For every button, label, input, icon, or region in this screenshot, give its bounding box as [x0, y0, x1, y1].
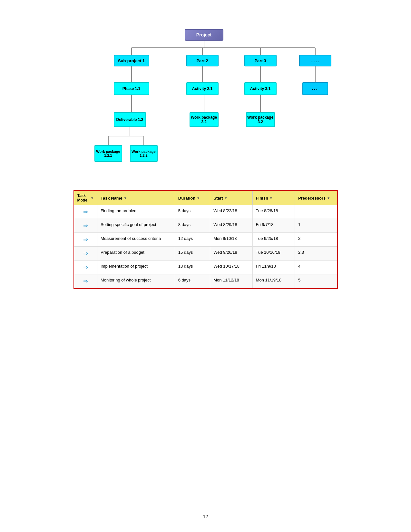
task-name-cell: Preparation of a budget: [97, 247, 175, 261]
deliverable12-node: Deliverable 1.2: [114, 112, 146, 127]
subproject1-node: Sub-project 1: [114, 55, 149, 66]
task-mode-sort-arrow[interactable]: ▼: [91, 196, 94, 200]
table-row: ⇒Setting specific goal of project8 daysW…: [74, 219, 337, 233]
dots2-node: ...: [302, 82, 328, 95]
predecessors-cell: 1: [295, 219, 337, 233]
table-row: ⇒Implementation of project18 daysWed 10/…: [74, 261, 337, 274]
page-number: 12: [203, 514, 208, 519]
th-finish[interactable]: Finish ▼: [252, 191, 295, 205]
predecessors-cell: [295, 205, 337, 219]
task-mode-icon: ⇒: [83, 209, 88, 215]
table-row: ⇒Finding the problem5 daysWed 8/22/18Tue…: [74, 205, 337, 219]
start-sort-arrow[interactable]: ▼: [224, 196, 228, 200]
finish-cell: Fri 11/9/18: [252, 261, 295, 274]
wp122-node: Work package 1.2.2: [130, 145, 158, 162]
task-name-cell: Monitoring of whole project: [97, 274, 175, 288]
duration-cell: 18 days: [175, 261, 210, 274]
start-cell: Wed 8/22/18: [210, 205, 252, 219]
start-cell: Mon 9/10/18: [210, 233, 252, 247]
finish-cell: Mon 11/19/18: [252, 274, 295, 288]
duration-cell: 5 days: [175, 205, 210, 219]
wp32-node: Work package 3.2: [246, 112, 275, 127]
duration-cell: 15 days: [175, 247, 210, 261]
start-cell: Wed 9/26/18: [210, 247, 252, 261]
task-mode-cell: ⇒: [74, 219, 97, 233]
task-mode-icon: ⇒: [83, 250, 88, 257]
th-task-name[interactable]: Task Name ▼: [97, 191, 175, 205]
table-row: ⇒Monitoring of whole project6 daysMon 11…: [74, 274, 337, 288]
predecessors-cell: 5: [295, 274, 337, 288]
predecessors-cell: 2,3: [295, 247, 337, 261]
finish-cell: Tue 10/16/18: [252, 247, 295, 261]
task-table: Task Mode ▼ Task Name ▼ Duration ▼: [73, 190, 338, 289]
activity21-node: Activity 2.1: [186, 82, 219, 95]
predecessors-sort-arrow[interactable]: ▼: [327, 196, 330, 200]
task-mode-icon: ⇒: [83, 278, 88, 284]
task-mode-cell: ⇒: [74, 205, 97, 219]
phase11-node: Phase 1.1: [114, 82, 149, 95]
finish-cell: Tue 9/25/18: [252, 233, 295, 247]
task-mode-cell: ⇒: [74, 261, 97, 274]
task-name-sort-arrow[interactable]: ▼: [124, 196, 127, 200]
task-mode-icon: ⇒: [83, 264, 88, 271]
predecessors-cell: 4: [295, 261, 337, 274]
activity31-node: Activity 3.1: [244, 82, 277, 95]
task-name-cell: Setting specific goal of project: [97, 219, 175, 233]
finish-cell: Fri 9/7/18: [252, 219, 295, 233]
th-task-mode[interactable]: Task Mode ▼: [74, 191, 97, 205]
predecessors-cell: 2: [295, 233, 337, 247]
dots1-node: .....: [299, 55, 331, 66]
finish-sort-arrow[interactable]: ▼: [269, 196, 273, 200]
th-start[interactable]: Start ▼: [210, 191, 252, 205]
task-name-cell: Implementation of project: [97, 261, 175, 274]
part3-node: Part 3: [244, 55, 277, 66]
task-name-cell: Measurement of success criteria: [97, 233, 175, 247]
start-cell: Wed 8/29/18: [210, 219, 252, 233]
duration-cell: 6 days: [175, 274, 210, 288]
duration-cell: 12 days: [175, 233, 210, 247]
project-node: Project: [185, 29, 223, 41]
task-mode-icon: ⇒: [83, 236, 88, 243]
th-duration[interactable]: Duration ▼: [175, 191, 210, 205]
wp121-node: Work package 1.2.1: [94, 145, 122, 162]
table-row: ⇒Measurement of success criteria12 daysM…: [74, 233, 337, 247]
duration-sort-arrow[interactable]: ▼: [197, 196, 200, 200]
task-name-cell: Finding the problem: [97, 205, 175, 219]
table-row: ⇒Preparation of a budget15 daysWed 9/26/…: [74, 247, 337, 261]
start-cell: Mon 11/12/18: [210, 274, 252, 288]
task-mode-cell: ⇒: [74, 274, 97, 288]
duration-cell: 8 days: [175, 219, 210, 233]
finish-cell: Tue 8/28/18: [252, 205, 295, 219]
task-mode-cell: ⇒: [74, 233, 97, 247]
task-mode-cell: ⇒: [74, 247, 97, 261]
part2-node: Part 2: [186, 55, 219, 66]
start-cell: Wed 10/17/18: [210, 261, 252, 274]
th-predecessors[interactable]: Predecessors ▼: [295, 191, 337, 205]
task-mode-icon: ⇒: [83, 222, 88, 229]
wp22-node: Work package 2.2: [190, 112, 219, 127]
